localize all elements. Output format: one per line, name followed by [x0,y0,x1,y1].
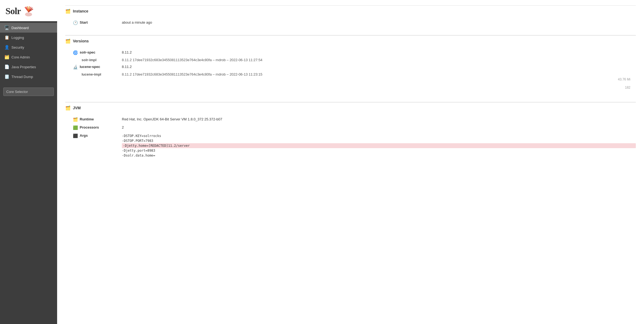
security-icon: 👤 [4,45,9,50]
core-selector-area: Core Selector [0,84,57,99]
processors-icon: 🟩 [73,125,78,130]
args-label: ⬛ Args [73,133,122,138]
logo-text: Solr [5,6,21,16]
solr-spec-value: 8.11.2 [122,50,636,54]
args-line-3: -Djetty.port=8983 [122,148,636,153]
right-metric-1: 43.76 Mi [618,77,630,81]
runtime-row: 🗂️ Runtime Red Hat, Inc. OpenJDK 64-Bit … [65,116,636,124]
versions-section: 🗂️ Versions 🌀 solr-spec 8.11.2 solr-impl… [65,35,636,94]
args-line-2: -Djetty.home=[REDACTED]11.2/server [122,143,636,148]
start-row: 🕐 Start about a minute ago [65,19,636,27]
instance-header-icon: 🗂️ [65,8,71,14]
metrics-spacer: 43.76 Mi 182 [65,77,636,94]
args-label-text: Args [80,133,88,138]
args-row: ⬛ Args -DSTOP.KEY=solrrocks -DSTOP.PORT=… [65,132,636,160]
runtime-value: Red Hat, Inc. OpenJDK 64-Bit Server VM 1… [122,117,636,121]
sidebar-item-java-properties[interactable]: 📄 Java Properties [0,62,57,72]
lucene-spec-icon: 🔬 [73,65,78,70]
lucene-impl-row: lucene-impl 8.11.2 17dee71932c683e345508… [65,71,636,77]
processors-label: 🟩 Processors [73,125,122,130]
java-properties-icon: 📄 [4,64,9,69]
instance-header-label: Instance [73,9,88,13]
lucene-spec-label-text: lucene-spec [80,65,100,69]
core-selector-dropdown[interactable]: Core Selector [3,88,54,96]
right-metric-2: 182 [625,86,630,89]
jvm-section-header: 🗂️ JVM [65,102,636,113]
sidebar-item-logging-label: Logging [11,36,24,40]
sidebar-item-security-label: Security [11,45,24,49]
args-icon: ⬛ [73,133,78,138]
solr-spec-row: 🌀 solr-spec 8.11.2 [65,49,636,57]
processors-value: 2 [122,125,636,129]
sidebar-item-core-admin[interactable]: 🗂️ Core Admin [0,52,57,62]
runtime-label: 🗂️ Runtime [73,117,122,122]
core-admin-icon: 🗂️ [4,55,9,60]
instance-section-header: 🗂️ Instance [65,5,636,17]
args-line-0: -DSTOP.KEY=solrrocks [122,133,636,138]
sidebar-item-dashboard-label: Dashboard [11,26,29,30]
content-area: 🗂️ Instance 🕐 Start about a minute ago 🗂… [57,0,644,173]
lucene-impl-value: 8.11.2 17dee71932c683e3455081113523e764c… [122,72,262,76]
start-value: about a minute ago [122,20,636,24]
sidebar-item-thread-dump[interactable]: 🗒️ Thread Dump [0,72,57,82]
thread-dump-icon: 🗒️ [4,74,9,79]
sidebar-item-java-properties-label: Java Properties [11,65,36,69]
args-line-4: -Dsolr.data.home= [122,153,636,158]
solr-impl-value: 8.11.2 17dee71932c683e3455081113523e764c… [122,58,262,62]
sidebar-item-logging[interactable]: 📋 Logging [0,33,57,42]
logo-area: Solr [0,0,57,21]
nav-section: 🖥️ Dashboard 📋 Logging 👤 Security 🗂️ Cor… [0,21,57,83]
logging-icon: 📋 [4,35,9,40]
versions-header-label: Versions [73,39,89,43]
runtime-icon: 🗂️ [73,117,78,122]
jvm-header-label: JVM [73,106,81,110]
versions-header-icon: 🗂️ [65,38,71,44]
sidebar-item-security[interactable]: 👤 Security [0,42,57,52]
sidebar-item-dashboard[interactable]: 🖥️ Dashboard [0,23,57,33]
args-value: -DSTOP.KEY=solrrocks -DSTOP.PORT=7983 -D… [122,133,636,158]
jvm-header-icon: 🗂️ [65,105,71,111]
lucene-spec-label: 🔬 lucene-spec [73,65,122,70]
solr-impl-row: solr-impl 8.11.2 17dee71932c683e34550811… [65,57,636,63]
start-label: 🕐 Start [73,20,122,25]
solr-spec-label-text: solr-spec [80,50,95,54]
sidebar-item-thread-dump-label: Thread Dump [11,75,33,79]
args-line-1: -DSTOP.PORT=7983 [122,138,636,143]
lucene-spec-value: 8.11.2 [122,65,636,69]
sidebar-item-core-admin-label: Core Admin [11,55,30,59]
instance-section: 🗂️ Instance 🕐 Start about a minute ago [65,5,636,27]
solr-logo-icon [22,5,35,17]
start-icon: 🕐 [73,20,78,25]
jvm-section: 🗂️ JVM 🗂️ Runtime Red Hat, Inc. OpenJDK … [65,102,636,160]
solr-spec-icon: 🌀 [73,50,78,55]
versions-section-header: 🗂️ Versions [65,35,636,46]
processors-label-text: Processors [80,125,99,129]
solr-spec-label: 🌀 solr-spec [73,50,122,55]
lucene-impl-label: lucene-impl [82,72,122,76]
solr-impl-label: solr-impl [82,58,122,62]
sidebar: Solr 🖥️ Dashboard 📋 Logging 👤 [0,0,57,324]
svg-point-0 [25,13,32,17]
lucene-spec-row: 🔬 lucene-spec 8.11.2 [65,63,636,71]
runtime-label-text: Runtime [80,117,94,121]
dashboard-icon: 🖥️ [4,25,9,30]
processors-row: 🟩 Processors 2 [65,124,636,132]
main-content: 🗂️ Instance 🕐 Start about a minute ago 🗂… [57,0,644,324]
